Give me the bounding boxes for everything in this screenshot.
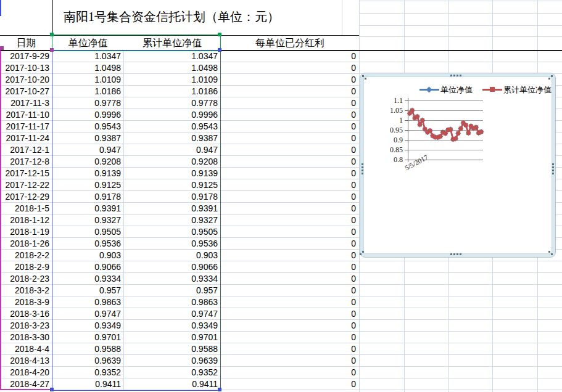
table-cell[interactable]: 0 bbox=[221, 121, 356, 133]
range-handle[interactable] bbox=[0, 46, 4, 50]
table-cell[interactable]: 2017-12-22 bbox=[0, 179, 49, 191]
range-handle[interactable] bbox=[50, 48, 54, 52]
table-cell[interactable]: 0 bbox=[221, 273, 356, 285]
range-handle[interactable] bbox=[218, 33, 221, 36]
legend-label: 单位净值 bbox=[440, 85, 473, 94]
table-cell[interactable]: 2018-2-23 bbox=[0, 273, 49, 285]
table-cell[interactable]: 2018-2-9 bbox=[0, 261, 49, 273]
table-cell[interactable]: 0 bbox=[221, 238, 356, 250]
table-cell[interactable]: 2017-11-3 bbox=[0, 97, 49, 109]
table-cell[interactable]: 2018-3-2 bbox=[0, 285, 49, 296]
sheet-title-cell[interactable]: 南阳1号集合资金信托计划（单位：元） bbox=[64, 7, 279, 26]
table-cell[interactable]: 2018-2-2 bbox=[0, 250, 49, 261]
table-cell[interactable]: 2018-4-20 bbox=[0, 367, 49, 378]
legend-marker-diamond-icon bbox=[419, 89, 439, 91]
svg-text:1: 1 bbox=[399, 116, 403, 125]
table-cell[interactable]: 2017-12-15 bbox=[0, 168, 49, 179]
selection-fragment bbox=[0, 0, 1, 16]
table-cell[interactable]: 2018-1-26 bbox=[0, 238, 49, 250]
table-cell[interactable]: 2017-10-13 bbox=[0, 62, 49, 74]
table-cell[interactable]: 2018-3-16 bbox=[0, 308, 49, 320]
table-cell[interactable]: 2018-3-23 bbox=[0, 320, 49, 332]
column-header-dividend[interactable]: 每单位已分红利 bbox=[221, 35, 359, 51]
table-cell[interactable]: 0 bbox=[221, 214, 356, 226]
table-cell[interactable]: 2017-11-10 bbox=[0, 109, 49, 121]
table-cell[interactable]: 2018-4-13 bbox=[0, 355, 49, 367]
table-cell[interactable]: 2017-12-1 bbox=[0, 144, 49, 156]
table-cell[interactable]: 2017-10-20 bbox=[0, 74, 49, 86]
range-handle[interactable] bbox=[50, 33, 54, 36]
table-cell[interactable]: 2018-1-12 bbox=[0, 214, 49, 226]
chart-resize-grip[interactable] bbox=[362, 163, 363, 165]
range-handle[interactable] bbox=[218, 388, 221, 391]
chart-resize-grip[interactable] bbox=[362, 251, 364, 253]
table-cell[interactable]: 2017-9-29 bbox=[0, 51, 49, 62]
table-cell[interactable]: 0 bbox=[221, 51, 356, 62]
range-handle[interactable] bbox=[50, 388, 54, 391]
table-cell[interactable]: 0 bbox=[221, 332, 356, 343]
gridline bbox=[359, 13, 562, 14]
table-cell[interactable]: 0 bbox=[221, 296, 356, 308]
table-cell[interactable]: 0 bbox=[221, 308, 356, 320]
chart-resize-grip[interactable] bbox=[362, 75, 364, 77]
gridline bbox=[359, 1, 562, 1]
table-cell[interactable]: 0 bbox=[221, 109, 356, 121]
chart-resize-grip[interactable] bbox=[552, 163, 554, 165]
table-cell[interactable]: 0 bbox=[221, 250, 356, 261]
table-cell[interactable]: 2017-11-24 bbox=[0, 133, 49, 144]
table-cell[interactable]: 0 bbox=[221, 343, 356, 355]
chart-resize-grip[interactable] bbox=[450, 75, 452, 76]
gridline bbox=[342, 0, 342, 36]
table-cell[interactable]: 2018-1-5 bbox=[0, 203, 49, 214]
table-cell[interactable]: 0 bbox=[221, 355, 356, 367]
column-header-date[interactable]: 日期 bbox=[0, 35, 52, 51]
series-values-range-outline bbox=[52, 50, 221, 391]
table-cell[interactable]: 0 bbox=[221, 74, 356, 86]
table-cell[interactable]: 0 bbox=[221, 133, 356, 144]
category-range-outline bbox=[0, 389, 52, 390]
table-cell[interactable]: 0 bbox=[221, 156, 356, 168]
spreadsheet-canvas: 南阳1号集合资金信托计划（单位：元） 日期 单位净值 累计单位净值 每单位已分红… bbox=[0, 0, 562, 392]
table-cell[interactable]: 0 bbox=[221, 179, 356, 191]
svg-text:1.05: 1.05 bbox=[390, 106, 403, 115]
table-cell[interactable]: 0 bbox=[221, 86, 356, 97]
chart-resize-grip[interactable] bbox=[548, 251, 550, 253]
table-cell[interactable]: 2017-12-29 bbox=[0, 191, 49, 203]
legend-item-nav[interactable]: 单位净值 bbox=[419, 85, 473, 94]
table-cell[interactable]: 0 bbox=[221, 168, 356, 179]
table-cell[interactable]: 0 bbox=[221, 285, 356, 296]
category-range-outline bbox=[0, 51, 1, 390]
table-cell[interactable]: 0 bbox=[221, 261, 356, 273]
table-cell[interactable]: 2018-3-30 bbox=[0, 332, 49, 343]
table-cell[interactable]: 2018-4-4 bbox=[0, 343, 49, 355]
table-cell[interactable]: 0 bbox=[221, 62, 356, 74]
table-cell[interactable]: 2018-3-9 bbox=[0, 296, 49, 308]
svg-text:0.85: 0.85 bbox=[390, 145, 403, 154]
table-cell[interactable]: 0 bbox=[221, 320, 356, 332]
table-cell[interactable]: 2018-1-19 bbox=[0, 226, 49, 238]
table-cell[interactable]: 2017-10-27 bbox=[0, 86, 49, 97]
svg-text:0.95: 0.95 bbox=[390, 126, 403, 134]
chart-resize-grip[interactable] bbox=[450, 253, 452, 255]
table-cell[interactable]: 0 bbox=[221, 367, 356, 378]
legend-item-cum-nav[interactable]: 累计单位净值 bbox=[482, 85, 552, 94]
chart-legend: 单位净值 累计单位净值 bbox=[419, 85, 552, 94]
nav-line-chart[interactable]: 1.11.0510.950.90.850.8 单位净值 累计单位净值 5/5/2… bbox=[360, 73, 556, 258]
table-cell[interactable]: 2017-11-17 bbox=[0, 121, 49, 133]
table-cell[interactable]: 0 bbox=[221, 226, 356, 238]
range-handle[interactable] bbox=[218, 48, 221, 52]
table-cell[interactable]: 0 bbox=[221, 144, 356, 156]
svg-text:0.9: 0.9 bbox=[394, 136, 403, 144]
chart-plot-area: 1.11.0510.950.90.850.8 bbox=[360, 73, 555, 257]
chart-resize-grip[interactable] bbox=[551, 75, 553, 77]
table-cell[interactable]: 0 bbox=[221, 191, 356, 203]
table-cell[interactable]: 0 bbox=[221, 203, 356, 214]
series-name-range-outline bbox=[52, 35, 221, 51]
legend-label: 累计单位净值 bbox=[503, 85, 552, 94]
svg-text:1.1: 1.1 bbox=[394, 96, 403, 105]
svg-text:0.8: 0.8 bbox=[394, 155, 403, 164]
legend-marker-square-icon bbox=[482, 89, 502, 91]
table-cell[interactable]: 0 bbox=[221, 378, 356, 390]
table-cell[interactable]: 2017-12-8 bbox=[0, 156, 49, 168]
table-cell[interactable]: 0 bbox=[221, 97, 356, 109]
